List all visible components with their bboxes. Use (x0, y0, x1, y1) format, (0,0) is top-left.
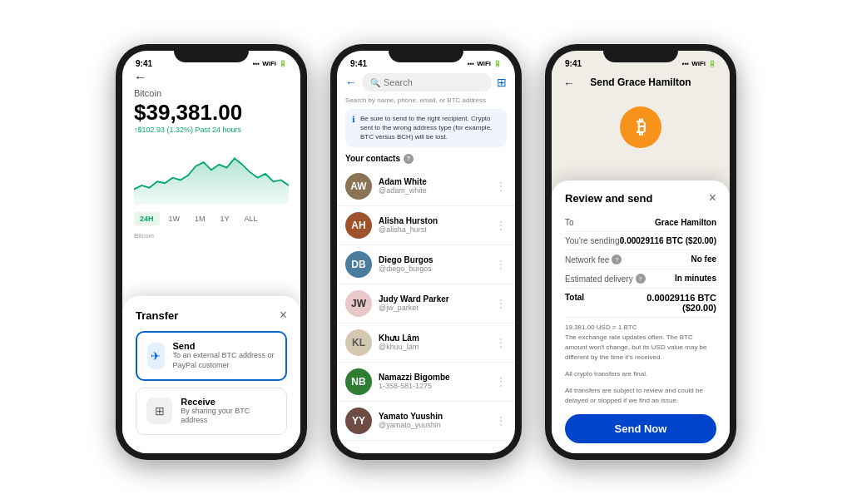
review-modal-header: Review and send × (565, 190, 716, 205)
time-3: 9:41 (565, 59, 582, 68)
contact-handle-khuu: @khuu_lam (379, 343, 488, 351)
signal-icon-3: ▪▪▪ (682, 60, 690, 67)
battery-icon: 🔋 (279, 60, 287, 67)
phone-notch-1 (174, 44, 249, 62)
receive-option-text: Receive By sharing your BTC address (181, 397, 276, 426)
contact-more-nb[interactable]: ⋮ (495, 375, 507, 388)
status-icons-1: ▪▪▪ WiFi 🔋 (253, 60, 287, 67)
review-close-btn[interactable]: × (709, 190, 716, 205)
receive-subtitle: By sharing your BTC address (181, 407, 276, 426)
search-box[interactable]: 🔍 (362, 73, 492, 91)
modal-close-btn[interactable]: × (280, 308, 287, 323)
contact-more-yamato[interactable]: ⋮ (495, 414, 507, 427)
avatar-diego: DB (345, 251, 372, 278)
receive-option[interactable]: ⊞ Receive By sharing your BTC address (136, 388, 287, 435)
btc-symbol: ₿ (637, 116, 646, 138)
receive-icon: ⊞ (146, 398, 172, 424)
contacts-list: AW Adam White @adam_white ⋮ AH Alisha Hu… (337, 167, 515, 441)
contact-handle-yamato: @yamato_yuushin (379, 421, 488, 429)
avatar-yamato: YY (345, 408, 372, 434)
contact-more-alisha[interactable]: ⋮ (495, 219, 507, 232)
value-total: 0.00029116 BTC($20.00) (646, 293, 716, 313)
search-input[interactable] (384, 77, 483, 87)
warning-box: ℹ Be sure to send to the right recipient… (345, 109, 507, 147)
contact-handle-diego: @diego_burgos (379, 264, 488, 273)
contact-nb[interactable]: NB Namazzi Bigombe 1-358-581-1275 ⋮ (337, 363, 515, 402)
contact-info-judy: Judy Ward Parker @jw_parker (379, 294, 488, 312)
phone-1: 9:41 ▪▪▪ WiFi 🔋 ← Bitcoin $39,381.00 ↑$1… (116, 44, 307, 460)
search-bar-row: ← 🔍 ⊞ (337, 70, 515, 96)
contact-adam[interactable]: AW Adam White @adam_white ⋮ (337, 167, 515, 206)
avatar-alisha: AH (345, 212, 372, 239)
wifi-icon-2: WiFi (477, 60, 491, 67)
time-tabs: 24H 1W 1M 1Y ALL (134, 212, 289, 225)
avatar-adam: AW (345, 173, 372, 200)
modal-title: Transfer (136, 309, 178, 322)
avatar-khuu: KL (345, 329, 372, 356)
signal-icon-2: ▪▪▪ (468, 60, 475, 67)
review-note-1: 19,381.00 USD = 1 BTC The exchange rate … (565, 318, 716, 364)
phone-3: 9:41 ▪▪▪ WiFi 🔋 ← Send Grace Hamilton ₿ (545, 44, 736, 460)
bitcoin-change: ↑$102.93 (1.32%) Past 24 hours (134, 126, 289, 134)
network-fee-info-icon[interactable]: ? (612, 254, 622, 264)
contact-khuu[interactable]: KL Khưu Lâm @khuu_lam ⋮ (337, 324, 515, 363)
warning-icon: ℹ (352, 115, 355, 124)
contact-name-alisha: Alisha Hurston (379, 216, 488, 225)
contact-more-judy[interactable]: ⋮ (495, 297, 507, 310)
contact-handle-alisha: @alisha_hurst (379, 225, 488, 234)
back-arrow-1[interactable]: ← (134, 70, 289, 85)
battery-icon-3: 🔋 (708, 60, 716, 67)
tab-24h[interactable]: 24H (134, 212, 160, 225)
tab-all[interactable]: ALL (239, 212, 264, 225)
value-to: Grace Hamilton (655, 218, 716, 227)
contact-name-khuu: Khưu Lâm (379, 334, 488, 343)
back-btn-3[interactable]: ← (563, 77, 575, 90)
review-note-2: All crypto transfers are final. (565, 364, 716, 381)
send-title: Send (173, 341, 275, 351)
contact-handle-nb: 1-358-581-1275 (379, 382, 488, 390)
tab-1w[interactable]: 1W (163, 212, 186, 225)
row-network-fee: Network fee ? No fee (565, 250, 716, 269)
tab-1m[interactable]: 1M (189, 212, 211, 225)
delivery-info-icon[interactable]: ? (636, 274, 646, 284)
tab-1y[interactable]: 1Y (215, 212, 235, 225)
wifi-icon: WiFi (262, 60, 276, 67)
row-to: To Grace Hamilton (565, 214, 716, 232)
contact-handle-adam: @adam_white (379, 186, 488, 195)
time-2: 9:41 (350, 59, 367, 68)
contacts-info-icon[interactable]: ? (404, 154, 414, 164)
send-now-button[interactable]: Send Now (565, 414, 716, 443)
contact-alisha[interactable]: AH Alisha Hurston @alisha_hurst ⋮ (337, 206, 515, 245)
label-to: To (565, 218, 574, 227)
contact-name-yamato: Yamato Yuushin (379, 412, 488, 421)
contact-name-judy: Judy Ward Parker (379, 294, 488, 304)
bitcoin-label: Bitcoin (134, 88, 289, 98)
contact-more-khuu[interactable]: ⋮ (495, 336, 507, 349)
contact-judy[interactable]: JW Judy Ward Parker @jw_parker ⋮ (337, 284, 515, 324)
contact-yamato[interactable]: YY Yamato Yuushin @yamato_yuushin ⋮ (337, 402, 515, 441)
contact-more-adam[interactable]: ⋮ (495, 180, 507, 193)
qr-icon[interactable]: ⊞ (497, 76, 507, 89)
phone-notch-2 (389, 44, 463, 62)
back-btn-2[interactable]: ← (345, 76, 357, 89)
contact-info-nb: Namazzi Bigombe 1-358-581-1275 (379, 373, 488, 390)
label-network-fee: Network fee ? (565, 254, 622, 264)
send-subtitle: To an external BTC address or PayPal cus… (173, 351, 275, 370)
contact-name-adam: Adam White (379, 177, 488, 186)
send-option[interactable]: ✈ Send To an external BTC address or Pay… (136, 331, 287, 380)
contact-info-alisha: Alisha Hurston @alisha_hurst (379, 216, 488, 234)
contact-name-diego: Diego Burgos (379, 255, 488, 264)
btc-circle: ₿ (620, 106, 661, 148)
contacts-label: Your contacts ? (337, 154, 515, 167)
btc-small-label: Bitcoin (134, 232, 289, 240)
status-icons-3: ▪▪▪ WiFi 🔋 (682, 60, 716, 67)
contact-diego[interactable]: DB Diego Burgos @diego_burgos ⋮ (337, 245, 515, 284)
search-icon: 🔍 (370, 78, 380, 87)
value-network-fee: No fee (691, 254, 716, 264)
contact-name-nb: Namazzi Bigombe (379, 373, 488, 382)
contact-more-diego[interactable]: ⋮ (495, 258, 507, 271)
value-sending: 0.00029116 BTC ($20.00) (620, 236, 716, 245)
phone-notch-3 (603, 44, 678, 62)
review-note-3: All transfers are subject to review and … (565, 381, 716, 408)
contact-info-yamato: Yamato Yuushin @yamato_yuushin (379, 412, 488, 429)
